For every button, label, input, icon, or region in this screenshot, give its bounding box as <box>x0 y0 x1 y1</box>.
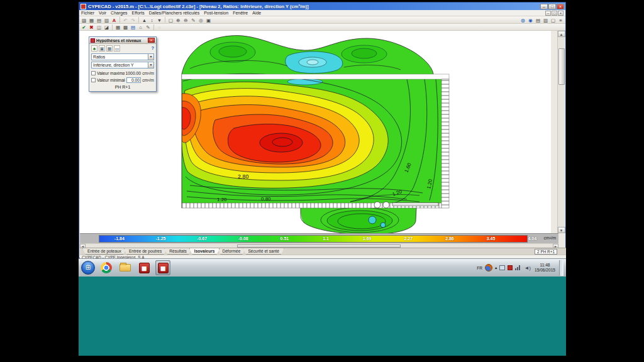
inactive-tool-icon[interactable]: ◌ <box>156 24 163 30</box>
language-indicator[interactable]: FR <box>477 266 482 270</box>
face-direction-select[interactable]: Inférieure, direction Y ▼ <box>91 62 154 69</box>
show-hidden-icons-chevron[interactable]: ▴ <box>495 265 497 270</box>
redo-icon[interactable]: ↷ <box>130 17 136 23</box>
clock[interactable]: 11:48 15/06/2015 <box>535 263 555 273</box>
cype-tray-icon[interactable] <box>508 265 513 270</box>
web-globe-icon[interactable]: ◍ <box>519 17 526 23</box>
scroll-down-icon[interactable]: ▼ <box>558 227 565 233</box>
menu-dalles-planchers[interactable]: Dalles/Planchers réticulés <box>149 11 200 15</box>
min-value-row: Valeur minimale 0.00 cm²/m <box>89 77 156 84</box>
menu-aide[interactable]: Aide <box>252 11 261 15</box>
horizontal-scrollbar[interactable]: ◄ ► <box>80 243 558 248</box>
menu-fichier[interactable]: Fichier <box>81 11 94 15</box>
menu-voir[interactable]: Voir <box>99 11 106 15</box>
zoom-search-icon[interactable]: ◎ <box>197 17 204 23</box>
print-icon[interactable]: ▥ <box>542 17 549 23</box>
hypotheses-niveaux-dialog[interactable]: Hypothèses et niveaux × ♣ ▣ ▦ ▭ ? Ratios… <box>89 36 157 92</box>
dialog-close-icon[interactable]: × <box>148 38 155 43</box>
menu-charges[interactable]: Charges <box>111 11 127 15</box>
min-value-field[interactable]: 0.00 <box>126 77 141 83</box>
print-preview-icon[interactable]: ▤ <box>535 17 541 23</box>
menu-fenetre[interactable]: Fenêtre <box>233 11 248 15</box>
mdi-minimize-button[interactable]: – <box>545 11 551 16</box>
mdi-restore-button[interactable]: □ <box>552 11 557 16</box>
level-up-icon[interactable]: ▲ <box>141 17 148 23</box>
clock-date: 15/06/2015 <box>535 268 555 272</box>
reinforcement-table-1-icon[interactable]: ▦ <box>114 24 121 30</box>
taskbar-cypecad-button[interactable]: ▦ <box>155 260 170 275</box>
zoom-region-icon[interactable]: ▢ <box>167 17 174 23</box>
result-type-value: Ratios <box>93 55 105 59</box>
firefox-tray-icon[interactable] <box>485 264 492 272</box>
view-frame-icon[interactable]: ▣ <box>99 45 105 52</box>
help-icon[interactable]: ? <box>151 45 154 51</box>
display-tray-icon[interactable] <box>499 265 505 270</box>
scroll-up-icon[interactable]: ▲ <box>558 31 565 37</box>
menu-efforts[interactable]: Efforts <box>132 11 145 15</box>
tab-entree-de-poutres[interactable]: Entrée de poutres <box>124 248 167 255</box>
section-cut-2-icon[interactable]: ◪ <box>103 24 110 30</box>
tab-entree-de-poteaux[interactable]: Entrée de poteaux <box>82 248 126 255</box>
maximize-button[interactable]: □ <box>548 4 556 9</box>
tab-resultats[interactable]: Résultats <box>164 248 192 255</box>
tab-deformee[interactable]: Déformée <box>217 248 245 255</box>
level-down-icon[interactable]: ▼ <box>156 17 163 23</box>
zoom-out-icon[interactable]: ⊖ <box>182 17 189 23</box>
taskbar-cype-button[interactable]: ▦ <box>136 260 152 275</box>
close-button[interactable]: × <box>557 4 564 9</box>
web-globe-2-icon[interactable]: ◉ <box>527 17 534 23</box>
scale-value: -0.67 <box>181 235 223 243</box>
import-tables-icon[interactable]: ▤ <box>96 17 103 23</box>
chevron-down-icon[interactable]: ▼ <box>148 54 153 60</box>
cypecad-icon: ▦ <box>158 263 169 273</box>
max-unit: cm²/m <box>142 71 154 75</box>
undo-icon[interactable]: ↶ <box>122 17 129 23</box>
network-tray-icon[interactable] <box>515 265 521 270</box>
desktop-background <box>79 277 566 356</box>
view-tabs: Entrée de poteaux Entrée de poutres Résu… <box>80 248 566 255</box>
beam-band-top <box>182 74 449 79</box>
fonts-icon[interactable]: A <box>111 17 118 23</box>
draw-icon[interactable]: ✎ <box>145 24 152 30</box>
start-button[interactable]: ⊞ <box>81 261 95 275</box>
result-type-select[interactable]: Ratios ▼ <box>91 53 154 60</box>
taskbar-explorer-button[interactable] <box>118 260 133 275</box>
scale-value: 2.27 <box>387 235 429 243</box>
monitor-icon[interactable]: ▭ <box>114 45 120 52</box>
export-document-icon[interactable]: ▢ <box>550 17 557 23</box>
max-value-checkbox[interactable] <box>91 71 96 75</box>
min-value-checkbox[interactable] <box>91 78 96 82</box>
show-desktop-button[interactable] <box>559 260 564 276</box>
max-value-label: Valeur maximale <box>97 71 125 75</box>
section-cut-1-icon[interactable]: ◫ <box>96 24 103 30</box>
print-tables-icon[interactable]: ▥ <box>103 17 110 23</box>
taskbar-chrome-button[interactable] <box>99 260 114 275</box>
title-bar[interactable]: CYPECAD - v2015.m - [C:\...\Logt collect… <box>79 3 565 10</box>
minimize-button[interactable]: – <box>540 4 548 9</box>
vertical-scroll-thumb[interactable] <box>558 48 565 85</box>
dialog-title-bar[interactable]: Hypothèses et niveaux × <box>89 37 156 44</box>
vertical-scrollbar[interactable]: ▲ ▼ <box>557 31 565 233</box>
redraw-icon[interactable]: ✎ <box>190 17 197 23</box>
volume-tray-icon[interactable]: ◄) <box>524 265 531 271</box>
zoom-in-icon[interactable]: ⊕ <box>175 17 182 23</box>
menu-post-tension[interactable]: Post-tension <box>204 11 228 15</box>
delete-icon[interactable]: ✖ <box>88 24 95 30</box>
tab-securite-et-sante[interactable]: Sécurité et santé <box>243 248 284 255</box>
reinforcement-table-2-icon[interactable]: ▩ <box>122 24 129 30</box>
open-folder-icon[interactable]: ▨ <box>80 17 87 23</box>
save-icon[interactable]: ▦ <box>88 17 95 23</box>
full-view-icon[interactable]: ▣ <box>205 17 212 23</box>
chevron-down-icon[interactable]: ▼ <box>148 62 153 68</box>
layout-config-icon[interactable]: ≡ <box>557 17 564 23</box>
level-indicator[interactable]: 2 PH R+1 <box>535 249 557 255</box>
home-view-icon[interactable]: ⌂ <box>137 24 144 30</box>
building-icon[interactable]: ▦ <box>106 45 113 52</box>
layers-icon[interactable]: ▤ <box>130 24 136 30</box>
isovalues-green-icon[interactable]: ♣ <box>91 45 97 52</box>
tab-isovaleurs[interactable]: Isovaleurs <box>189 248 220 255</box>
mdi-close-button[interactable]: × <box>558 11 564 16</box>
contour-label: 1.20 <box>217 197 227 202</box>
level-select-icon[interactable]: ↕ <box>148 17 155 23</box>
validate-icon[interactable]: ✔ <box>80 24 87 30</box>
